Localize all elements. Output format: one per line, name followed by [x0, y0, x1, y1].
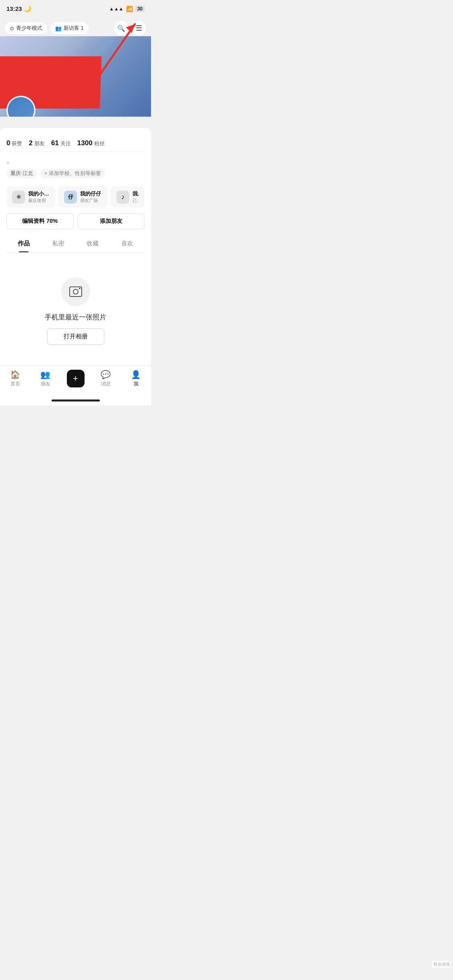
nav-item-home[interactable]: 🏠 首页: [0, 370, 30, 387]
mini-app-icon-music: ♪: [116, 191, 129, 204]
add-button[interactable]: +: [67, 370, 85, 387]
home-icon: 🏠: [10, 370, 20, 379]
nav-item-friends[interactable]: 👥 朋友: [30, 370, 60, 387]
mini-app-name-music: 我的: [132, 190, 139, 198]
me-icon: 👤: [131, 370, 141, 379]
fans-label: 粉丝: [94, 140, 105, 147]
stat-friends[interactable]: 2 朋友: [29, 139, 44, 147]
mini-app-music[interactable]: ♪ 我的 已收: [111, 186, 145, 208]
mini-app-sub-programs: 最近使用: [28, 198, 50, 204]
mini-app-sub-music: 已收: [132, 198, 139, 204]
menu-button[interactable]: ☰: [132, 21, 146, 35]
mini-app-sub-zaizai: 朋友广场: [80, 198, 101, 204]
dot-indicator: 。: [6, 156, 14, 165]
youth-mode-badge[interactable]: ⊙ 青少年模式: [5, 22, 47, 34]
friends-label: 朋友: [34, 140, 45, 147]
tab-likes[interactable]: 喜欢: [110, 235, 145, 252]
nav-item-messages[interactable]: 💬 消息: [91, 370, 121, 387]
svg-point-3: [73, 289, 78, 294]
open-album-button[interactable]: 打开相册: [47, 328, 104, 345]
stat-following[interactable]: 61 关注: [51, 139, 71, 147]
likes-count: 0: [6, 139, 10, 147]
friends-icon: 👥: [40, 370, 50, 379]
nav-right: 🔍 ☰: [114, 21, 146, 35]
nav-item-me[interactable]: 👤 我: [121, 370, 151, 387]
following-label: 关注: [60, 140, 71, 147]
action-buttons: 编辑资料 70% 添加朋友: [6, 212, 145, 235]
hero-area: [0, 36, 151, 117]
mini-apps-row: ✳ 我的小程序 最近使用 仔 我的仔仔 朋友广场 ♪ 我的 已收: [6, 182, 145, 212]
stat-likes: 0 获赞: [6, 139, 22, 147]
mini-app-name-zaizai: 我的仔仔: [80, 190, 101, 198]
home-bar: [52, 399, 100, 401]
top-nav: ⊙ 青少年模式 👥 新访客 1 🔍 ☰: [0, 0, 151, 39]
mini-app-my-programs[interactable]: ✳ 我的小程序 最近使用: [6, 186, 55, 208]
home-indicator: [0, 397, 151, 406]
messages-label: 消息: [101, 381, 111, 387]
likes-label: 获赞: [12, 140, 22, 147]
profile-card: 0 获赞 2 朋友 61 关注 1300 粉丝 。 重庆·江北 + 添加学校、性…: [0, 128, 151, 253]
tabs-row: 作品 私密 收藏 喜欢: [6, 235, 145, 253]
visitor-icon: 👥: [55, 25, 62, 31]
me-label: 我: [134, 381, 139, 387]
new-visitor-badge[interactable]: 👥 新访客 1: [50, 22, 89, 34]
following-count: 61: [51, 139, 59, 147]
stats-row: 0 获赞 2 朋友 61 关注 1300 粉丝: [6, 134, 145, 152]
mini-app-icon-programs: ✳: [12, 191, 25, 204]
tab-collections[interactable]: 收藏: [76, 235, 110, 252]
photo-icon-wrapper: [61, 277, 90, 306]
mini-app-zaizai[interactable]: 仔 我的仔仔 朋友广场: [58, 186, 107, 208]
empty-state-title: 手机里最近一张照片: [45, 313, 106, 322]
youth-mode-label: 青少年模式: [16, 25, 42, 32]
plus-icon: +: [73, 373, 78, 384]
tab-private[interactable]: 私密: [41, 235, 76, 252]
youth-icon: ⊙: [10, 25, 14, 31]
nav-left: ⊙ 青少年模式 👥 新访客 1: [5, 22, 89, 34]
new-visitor-label: 新访客 1: [64, 25, 84, 32]
search-button[interactable]: 🔍: [114, 21, 128, 35]
add-friend-button[interactable]: 添加朋友: [78, 213, 145, 229]
tags-row: 。: [6, 152, 145, 169]
stat-fans[interactable]: 1300 粉丝: [77, 139, 105, 147]
tab-works[interactable]: 作品: [6, 235, 41, 252]
friends-nav-label: 朋友: [41, 381, 50, 387]
photo-icon: [68, 284, 83, 299]
menu-icon: ☰: [136, 24, 142, 33]
add-tag-button[interactable]: + 添加学校、性别等标签: [40, 169, 105, 178]
home-label: 首页: [10, 381, 20, 387]
messages-icon: 💬: [101, 370, 111, 379]
content-area: 手机里最近一张照片 打开相册: [0, 253, 151, 365]
svg-point-4: [79, 288, 81, 289]
search-icon: 🔍: [117, 25, 125, 32]
location-tag: 重庆·江北: [6, 169, 37, 178]
bottom-nav: 🏠 首页 👥 朋友 + 💬 消息 👤 我: [0, 365, 151, 397]
fans-count: 1300: [77, 139, 93, 147]
mini-app-icon-zaizai: 仔: [64, 191, 77, 204]
friends-count: 2: [29, 139, 32, 147]
nav-item-add[interactable]: +: [60, 370, 91, 387]
mini-app-name-programs: 我的小程序: [28, 190, 50, 198]
edit-profile-button[interactable]: 编辑资料 70%: [6, 213, 74, 229]
